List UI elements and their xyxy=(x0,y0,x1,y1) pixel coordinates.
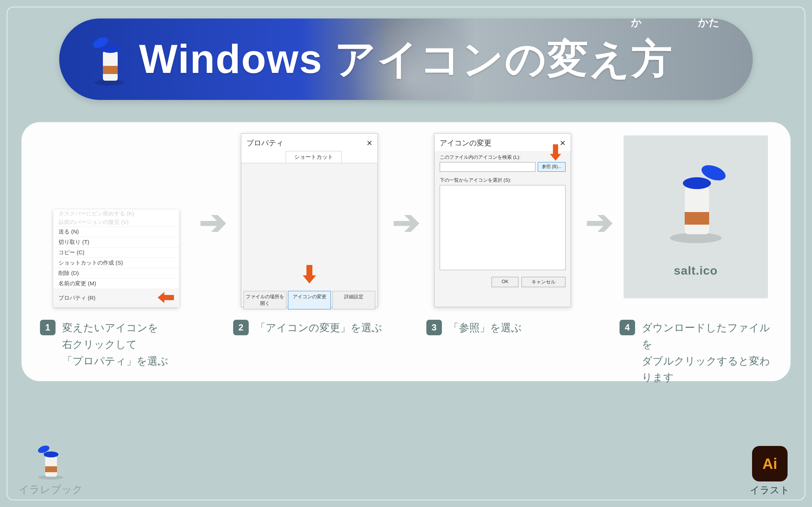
ctx-item[interactable]: ショットカットの作成 (S) xyxy=(53,258,179,268)
ctx-item[interactable]: 切り取り (T) xyxy=(53,237,179,247)
content-panel: タスクバーにピン留めする (K) 以前のバージョンの復元 (V) 送る (N) … xyxy=(21,122,791,381)
icon-path-input[interactable] xyxy=(440,162,536,172)
ctx-item[interactable]: コピー (C) xyxy=(53,247,179,258)
browse-button[interactable]: 参照 (B)... xyxy=(538,162,566,172)
step-text-1: 変えたいアイコンを右クリックして「プロパティ」を選ぶ xyxy=(62,320,168,369)
ok-button[interactable]: OK xyxy=(491,277,519,287)
ico-preview: salt.ico xyxy=(624,135,768,298)
chevron-right-icon: ➔ xyxy=(199,203,227,242)
close-icon[interactable]: × xyxy=(367,137,372,149)
banner-title: Windows アイコンの変え方 xyxy=(139,32,673,87)
change-icon-dialog: アイコンの変更 × このファイル内のアイコンを検索 (L): 参照 (B)...… xyxy=(434,133,571,307)
select-icon-label: 下の一覧からアイコンを選択 (S): xyxy=(440,177,566,184)
ruby-kata: かた xyxy=(698,19,719,30)
ctx-item-label: プロパティ (R) xyxy=(58,295,95,302)
step-1: タスクバーにピン留めする (K) 以前のバージョンの復元 (V) 送る (N) … xyxy=(33,133,200,369)
arrow-down-icon xyxy=(303,265,316,285)
ctx-faded-item: 以前のバージョンの復元 (V) xyxy=(53,218,179,226)
icon-list[interactable] xyxy=(440,185,566,270)
ai-badge-text: Ai xyxy=(762,456,777,472)
svg-rect-12 xyxy=(45,466,57,472)
svg-rect-7 xyxy=(685,212,709,225)
step-text-2: 「アイコンの変更」を選ぶ xyxy=(255,320,382,336)
properties-dialog: プロパティ × ショートカット ファイルの場所を開く アイコンの変更 詳細設定 xyxy=(241,133,378,307)
svg-rect-2 xyxy=(103,66,118,74)
step-text-4: ダウンロードしたファイルをダブルクリックすると変わります xyxy=(642,320,776,386)
footer-brand-label: イラレブック xyxy=(19,483,83,497)
salt-bottle-icon xyxy=(659,157,733,245)
ctx-item-properties[interactable]: プロパティ (R) xyxy=(53,289,179,307)
ctx-faded-item: タスクバーにピン留めする (K) xyxy=(53,209,179,218)
flow-arrow: ➔ xyxy=(586,133,612,311)
search-icon-label: このファイル内のアイコンを検索 (L): xyxy=(440,154,566,161)
chevron-right-icon: ➔ xyxy=(392,203,420,242)
flow-arrow: ➔ xyxy=(393,133,419,311)
svg-point-3 xyxy=(101,46,119,53)
svg-point-13 xyxy=(44,451,58,457)
step-number-1: 1 xyxy=(40,320,56,335)
advanced-button[interactable]: 詳細設定 xyxy=(332,291,375,309)
footer-illust-label: イラスト xyxy=(750,484,790,497)
ctx-item[interactable]: 名前の変更 (M) xyxy=(53,278,179,289)
footer-right: Ai イラスト xyxy=(750,446,790,497)
flow-arrow: ➔ xyxy=(200,133,226,311)
step-number-4: 4 xyxy=(620,320,635,335)
tab-shortcut[interactable]: ショートカット xyxy=(286,151,342,163)
arrow-left-icon xyxy=(158,292,174,304)
header-banner: か かた Windows アイコンの変え方 xyxy=(59,19,753,100)
svg-rect-6 xyxy=(685,186,709,234)
step-2: プロパティ × ショートカット ファイルの場所を開く アイコンの変更 詳細設定 xyxy=(226,133,393,336)
context-menu: タスクバーにピン留めする (K) 以前のバージョンの復元 (V) 送る (N) … xyxy=(53,209,179,307)
svg-point-5 xyxy=(670,233,722,243)
salt-bottle-icon xyxy=(93,31,133,88)
ctx-item[interactable]: 送る (N) xyxy=(53,226,179,237)
open-file-location-button[interactable]: ファイルの場所を開く xyxy=(244,291,286,309)
cancel-button[interactable]: キャンセル xyxy=(521,277,566,287)
ico-filename: salt.ico xyxy=(674,264,718,278)
chevron-right-icon: ➔ xyxy=(585,203,613,242)
step-number-2: 2 xyxy=(233,320,249,335)
ruby-ka: か xyxy=(631,19,642,30)
arrow-down-icon xyxy=(550,144,561,162)
step-text-3: 「参照」を選ぶ xyxy=(449,320,522,336)
dialog-title: プロパティ xyxy=(246,138,283,148)
ctx-item[interactable]: 削除 (D) xyxy=(53,268,179,278)
change-icon-button[interactable]: アイコンの変更 xyxy=(288,291,331,309)
footer-left: イラレブック xyxy=(19,443,83,497)
svg-point-8 xyxy=(683,177,711,189)
step-3: アイコンの変更 × このファイル内のアイコンを検索 (L): 参照 (B)...… xyxy=(419,133,586,336)
illustrator-icon: Ai xyxy=(752,446,788,481)
salt-bottle-icon xyxy=(34,443,67,480)
step-4: salt.ico 4 ダウンロードしたファイルをダブルクリックすると変わります xyxy=(612,133,779,386)
step-number-3: 3 xyxy=(426,320,442,335)
dialog-title: アイコンの変更 xyxy=(440,138,491,148)
